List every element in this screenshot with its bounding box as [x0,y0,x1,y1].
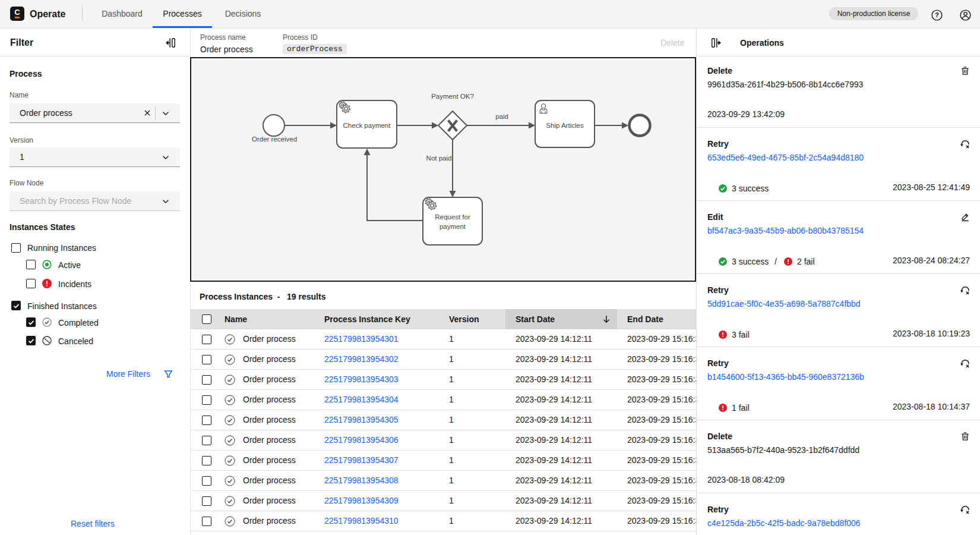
svg-text:payment: payment [440,223,466,230]
svg-text:Payment OK?: Payment OK? [431,93,474,100]
svg-text:Not paid: Not paid [426,155,452,162]
svg-text:Ship Articles: Ship Articles [546,122,584,129]
svg-text:paid: paid [495,113,508,120]
svg-text:Check payment: Check payment [343,122,391,129]
svg-text:?: ? [935,11,939,18]
svg-text:Request for: Request for [435,213,470,221]
svg-text:Order received: Order received [252,136,297,143]
